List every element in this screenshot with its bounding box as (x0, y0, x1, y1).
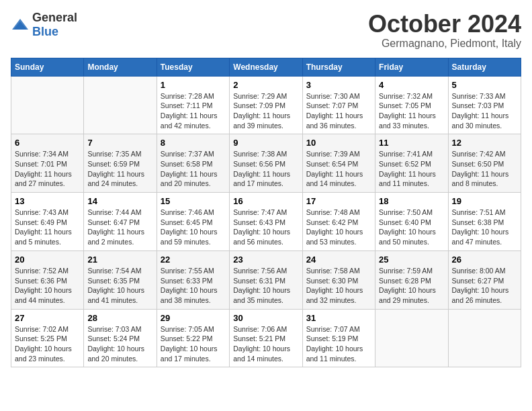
day-info: Sunrise: 7:41 AM Sunset: 6:52 PM Dayligh… (379, 149, 444, 189)
day-number: 18 (379, 196, 444, 206)
calendar-cell: 9Sunrise: 7:38 AM Sunset: 6:56 PM Daylig… (230, 134, 302, 193)
weekday-header-friday: Friday (375, 58, 448, 76)
calendar-cell: 30Sunrise: 7:06 AM Sunset: 5:21 PM Dayli… (230, 309, 302, 367)
day-number: 2 (233, 80, 298, 90)
day-info: Sunrise: 7:51 AM Sunset: 6:38 PM Dayligh… (452, 208, 517, 247)
day-number: 24 (306, 255, 371, 265)
calendar-cell: 25Sunrise: 7:59 AM Sunset: 6:28 PM Dayli… (375, 250, 448, 309)
day-number: 6 (15, 138, 80, 148)
day-info: Sunrise: 7:50 AM Sunset: 6:40 PM Dayligh… (379, 208, 444, 247)
weekday-header-wednesday: Wednesday (230, 58, 302, 76)
calendar-cell (11, 76, 84, 134)
calendar-cell: 3Sunrise: 7:30 AM Sunset: 7:07 PM Daylig… (302, 76, 375, 134)
day-info: Sunrise: 7:58 AM Sunset: 6:30 PM Dayligh… (306, 266, 371, 306)
calendar-cell: 24Sunrise: 7:58 AM Sunset: 6:30 PM Dayli… (302, 250, 375, 309)
day-info: Sunrise: 7:52 AM Sunset: 6:36 PM Dayligh… (15, 266, 80, 306)
day-number: 4 (379, 80, 444, 90)
day-number: 11 (379, 138, 444, 148)
day-info: Sunrise: 7:54 AM Sunset: 6:35 PM Dayligh… (87, 266, 152, 306)
calendar-cell: 13Sunrise: 7:43 AM Sunset: 6:49 PM Dayli… (11, 193, 84, 251)
logo-icon (11, 17, 30, 32)
day-info: Sunrise: 7:32 AM Sunset: 7:05 PM Dayligh… (379, 91, 444, 131)
day-info: Sunrise: 7:30 AM Sunset: 7:07 PM Dayligh… (306, 91, 371, 131)
day-number: 22 (161, 255, 226, 265)
week-row-1: 1Sunrise: 7:28 AM Sunset: 7:11 PM Daylig… (11, 76, 521, 134)
day-number: 20 (15, 255, 80, 265)
weekday-header-sunday: Sunday (11, 58, 84, 76)
day-info: Sunrise: 7:48 AM Sunset: 6:42 PM Dayligh… (306, 208, 371, 247)
page-header: General Blue October 2024 Germagnano, Pi… (11, 11, 521, 50)
day-info: Sunrise: 7:06 AM Sunset: 5:21 PM Dayligh… (233, 324, 298, 364)
calendar-cell: 12Sunrise: 7:42 AM Sunset: 6:50 PM Dayli… (448, 134, 521, 193)
calendar-cell: 15Sunrise: 7:46 AM Sunset: 6:45 PM Dayli… (157, 193, 229, 251)
month-title: October 2024 (368, 11, 521, 38)
calendar-cell (375, 309, 448, 367)
day-number: 8 (161, 138, 226, 148)
day-number: 17 (306, 196, 371, 206)
day-info: Sunrise: 7:43 AM Sunset: 6:49 PM Dayligh… (15, 208, 80, 247)
calendar-cell: 10Sunrise: 7:39 AM Sunset: 6:54 PM Dayli… (302, 134, 375, 193)
day-info: Sunrise: 8:00 AM Sunset: 6:27 PM Dayligh… (452, 266, 517, 306)
calendar-cell: 21Sunrise: 7:54 AM Sunset: 6:35 PM Dayli… (84, 250, 157, 309)
calendar-cell: 2Sunrise: 7:29 AM Sunset: 7:09 PM Daylig… (230, 76, 302, 134)
calendar-cell: 23Sunrise: 7:56 AM Sunset: 6:31 PM Dayli… (230, 250, 302, 309)
day-number: 21 (87, 255, 152, 265)
calendar-cell (84, 76, 157, 134)
calendar-cell (448, 309, 521, 367)
calendar-cell: 27Sunrise: 7:02 AM Sunset: 5:25 PM Dayli… (11, 309, 84, 367)
week-row-4: 20Sunrise: 7:52 AM Sunset: 6:36 PM Dayli… (11, 250, 521, 309)
day-number: 3 (306, 80, 371, 90)
day-info: Sunrise: 7:56 AM Sunset: 6:31 PM Dayligh… (233, 266, 298, 306)
day-info: Sunrise: 7:44 AM Sunset: 6:47 PM Dayligh… (87, 208, 152, 247)
calendar-cell: 19Sunrise: 7:51 AM Sunset: 6:38 PM Dayli… (448, 193, 521, 251)
calendar-cell: 6Sunrise: 7:34 AM Sunset: 7:01 PM Daylig… (11, 134, 84, 193)
calendar-cell: 17Sunrise: 7:48 AM Sunset: 6:42 PM Dayli… (302, 193, 375, 251)
day-info: Sunrise: 7:35 AM Sunset: 6:59 PM Dayligh… (87, 149, 152, 189)
calendar-cell: 1Sunrise: 7:28 AM Sunset: 7:11 PM Daylig… (157, 76, 229, 134)
weekday-header-saturday: Saturday (448, 58, 521, 76)
day-info: Sunrise: 7:38 AM Sunset: 6:56 PM Dayligh… (233, 149, 298, 189)
day-number: 7 (87, 138, 152, 148)
day-number: 30 (233, 313, 298, 323)
calendar-cell: 16Sunrise: 7:47 AM Sunset: 6:43 PM Dayli… (230, 193, 302, 251)
day-info: Sunrise: 7:47 AM Sunset: 6:43 PM Dayligh… (233, 208, 298, 247)
day-info: Sunrise: 7:39 AM Sunset: 6:54 PM Dayligh… (306, 149, 371, 189)
day-info: Sunrise: 7:28 AM Sunset: 7:11 PM Dayligh… (161, 91, 226, 131)
day-number: 13 (15, 196, 80, 206)
day-number: 28 (87, 313, 152, 323)
day-number: 19 (452, 196, 517, 206)
day-number: 29 (161, 313, 226, 323)
calendar-cell: 20Sunrise: 7:52 AM Sunset: 6:36 PM Dayli… (11, 250, 84, 309)
calendar-cell: 18Sunrise: 7:50 AM Sunset: 6:40 PM Dayli… (375, 193, 448, 251)
day-number: 26 (452, 255, 517, 265)
day-info: Sunrise: 7:33 AM Sunset: 7:03 PM Dayligh… (452, 91, 517, 131)
title-block: October 2024 Germagnano, Piedmont, Italy (368, 11, 521, 50)
logo-text: General Blue (32, 11, 77, 39)
day-number: 16 (233, 196, 298, 206)
day-info: Sunrise: 7:46 AM Sunset: 6:45 PM Dayligh… (161, 208, 226, 247)
day-number: 15 (161, 196, 226, 206)
day-number: 31 (306, 313, 371, 323)
week-row-2: 6Sunrise: 7:34 AM Sunset: 7:01 PM Daylig… (11, 134, 521, 193)
calendar-cell: 14Sunrise: 7:44 AM Sunset: 6:47 PM Dayli… (84, 193, 157, 251)
day-number: 10 (306, 138, 371, 148)
day-info: Sunrise: 7:07 AM Sunset: 5:19 PM Dayligh… (306, 324, 371, 364)
calendar-cell: 31Sunrise: 7:07 AM Sunset: 5:19 PM Dayli… (302, 309, 375, 367)
day-number: 5 (452, 80, 517, 90)
calendar-cell: 28Sunrise: 7:03 AM Sunset: 5:24 PM Dayli… (84, 309, 157, 367)
day-number: 27 (15, 313, 80, 323)
weekday-header-tuesday: Tuesday (157, 58, 229, 76)
calendar-table: SundayMondayTuesdayWednesdayThursdayFrid… (11, 58, 521, 368)
day-number: 1 (161, 80, 226, 90)
day-number: 12 (452, 138, 517, 148)
day-info: Sunrise: 7:03 AM Sunset: 5:24 PM Dayligh… (87, 324, 152, 364)
day-info: Sunrise: 7:42 AM Sunset: 6:50 PM Dayligh… (452, 149, 517, 189)
day-number: 9 (233, 138, 298, 148)
day-number: 14 (87, 196, 152, 206)
week-row-3: 13Sunrise: 7:43 AM Sunset: 6:49 PM Dayli… (11, 193, 521, 251)
weekday-header-thursday: Thursday (302, 58, 375, 76)
calendar-cell: 5Sunrise: 7:33 AM Sunset: 7:03 PM Daylig… (448, 76, 521, 134)
logo: General Blue (11, 11, 77, 39)
day-info: Sunrise: 7:02 AM Sunset: 5:25 PM Dayligh… (15, 324, 80, 364)
day-info: Sunrise: 7:37 AM Sunset: 6:58 PM Dayligh… (161, 149, 226, 189)
